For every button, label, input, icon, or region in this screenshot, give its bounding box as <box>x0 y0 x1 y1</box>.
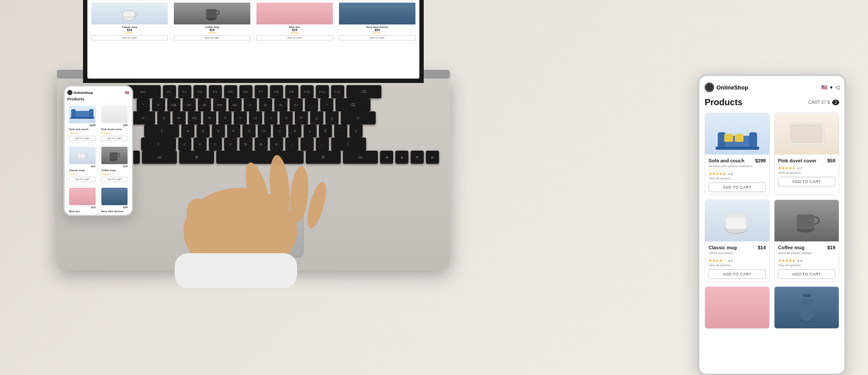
key-period[interactable]: .: <box>301 138 314 151</box>
phone-product-grid: Sofa and couch $299 ★★★★★ ADD TO CART Pi… <box>67 104 129 215</box>
key-8[interactable]: 8( <box>259 98 272 111</box>
tablet-flag-dropdown-icon[interactable]: ▼ <box>829 85 833 90</box>
key-f3[interactable]: F3 <box>194 85 207 98</box>
key-f6[interactable]: F6 <box>239 85 252 98</box>
key-space[interactable] <box>216 151 304 164</box>
key-f9[interactable]: F9 <box>285 85 298 98</box>
tablet-view-all-coffee-mug[interactable]: View all opinions <box>778 264 835 267</box>
phone-add-cart-sofa[interactable]: ADD TO CART <box>69 136 96 141</box>
key-t[interactable]: T <box>218 111 232 124</box>
tablet-add-cart-sofa[interactable]: ADD TO CART <box>709 182 766 192</box>
key-plus[interactable]: `^ <box>320 98 333 111</box>
tablet-product-img-sofa <box>705 113 769 155</box>
key-o[interactable]: O <box>280 111 293 124</box>
key-a[interactable]: A <box>181 124 194 138</box>
key-f10[interactable]: F10 <box>301 85 314 98</box>
laptop-product-img-blue-box <box>256 3 333 24</box>
key-f11[interactable]: F11 <box>316 85 329 98</box>
key-k[interactable]: K <box>288 124 301 138</box>
key-7[interactable]: 7/ <box>244 98 257 111</box>
key-w[interactable]: W <box>173 111 186 124</box>
key-c[interactable]: C <box>209 138 222 151</box>
tablet-add-cart-duvet[interactable]: ADD TO CART <box>778 177 835 186</box>
key-alt-right[interactable]: alt <box>343 151 378 164</box>
key-return[interactable]: ↵ <box>341 111 376 124</box>
key-arrow-up[interactable]: ▲ <box>395 151 408 164</box>
key-3[interactable]: 3# <box>183 98 196 111</box>
key-caps[interactable]: ⇪ <box>144 124 179 138</box>
key-x[interactable]: X <box>194 138 207 151</box>
phone-content: OnlineShop 🇺🇸 Products Sofa and couch $2… <box>65 86 132 215</box>
tablet-view-all-duvet[interactable]: View all opinions <box>778 171 835 174</box>
laptop-add-to-cart-3[interactable]: ADD TO CART <box>256 35 333 41</box>
laptop-touchpad[interactable] <box>203 196 304 258</box>
tablet-close-icon[interactable]: ◁ <box>835 84 839 90</box>
key-2[interactable]: 2@ <box>167 98 180 111</box>
key-y[interactable]: Y <box>234 111 247 124</box>
key-5[interactable]: 5% <box>213 98 226 111</box>
key-slash[interactable]: -_ <box>316 138 329 151</box>
key-0[interactable]: 0= <box>290 98 303 111</box>
key-h[interactable]: H <box>258 124 271 138</box>
key-cmd-left[interactable]: ⌘ <box>179 151 214 164</box>
laptop-add-to-cart-1[interactable]: ADD TO CART <box>91 35 168 41</box>
key-v[interactable]: V <box>224 138 237 151</box>
key-backspace[interactable]: ⌫ <box>335 98 370 111</box>
key-1[interactable]: 1! <box>152 98 165 111</box>
phone-add-cart-classic-mug[interactable]: ADD TO CART <box>69 177 96 182</box>
laptop-add-to-cart-4[interactable]: ADD TO CART <box>339 35 415 41</box>
tablet-view-all-sofa[interactable]: View all opinions <box>709 177 766 180</box>
key-shift-left[interactable]: ⇧ <box>141 138 176 151</box>
key-9[interactable]: 9) <box>274 98 287 111</box>
key-cmd-right[interactable]: ⌘ <box>306 151 341 164</box>
key-j[interactable]: J <box>273 124 286 138</box>
key-f8[interactable]: F8 <box>270 85 283 98</box>
key-6[interactable]: 6& <box>228 98 242 111</box>
key-accent[interactable]: ´¨ <box>334 124 347 138</box>
key-n[interactable]: N <box>255 138 268 151</box>
key-dash[interactable]: -_ <box>305 98 318 111</box>
key-u[interactable]: U <box>249 111 262 124</box>
key-4[interactable]: 4$ <box>198 98 211 111</box>
key-l[interactable]: L <box>304 124 317 138</box>
key-comma[interactable]: ,; <box>285 138 298 151</box>
key-f5[interactable]: F5 <box>224 85 237 98</box>
key-arrow-down[interactable]: ▼ <box>411 151 424 164</box>
key-arrow-right[interactable]: ► <box>426 151 439 164</box>
key-z[interactable]: Z <box>178 138 191 151</box>
key-i[interactable]: I <box>264 111 277 124</box>
laptop-add-to-cart-2[interactable]: ADD TO CART <box>174 35 250 41</box>
key-r[interactable]: R <box>203 111 216 124</box>
key-g[interactable]: G <box>242 124 256 138</box>
key-backslash[interactable]: Ç <box>349 124 363 138</box>
key-s[interactable]: S <box>197 124 210 138</box>
key-shift-right[interactable]: ⇧ <box>331 138 366 151</box>
key-bracket-close[interactable]: ]} <box>325 111 339 124</box>
key-arrow-left[interactable]: ◄ <box>380 151 393 164</box>
key-e[interactable]: E€ <box>188 111 201 124</box>
key-f7[interactable]: F7 <box>255 85 268 98</box>
tablet-view-all-classic-mug[interactable]: View all opinions <box>709 264 766 267</box>
phone-add-cart-duvet[interactable]: ADD TO CART <box>101 136 128 141</box>
key-tilde[interactable]: º <box>137 98 150 111</box>
key-f12[interactable]: F12 <box>331 85 344 98</box>
tablet-add-cart-coffee-mug[interactable]: ADD TO CART <box>778 269 835 279</box>
key-tab[interactable]: ⇥ <box>131 111 155 124</box>
key-b[interactable]: B <box>239 138 252 151</box>
key-f1[interactable]: F1 <box>163 85 176 98</box>
svg-rect-25 <box>726 213 747 217</box>
key-alt-left[interactable]: alt <box>142 151 177 164</box>
key-p[interactable]: P <box>295 111 308 124</box>
tablet-product-name-row-sofa: Sofa and couch $299 <box>709 158 766 163</box>
tablet-add-cart-classic-mug[interactable]: ADD TO CART <box>709 269 766 279</box>
key-f[interactable]: F <box>227 124 240 138</box>
key-f2[interactable]: F2 <box>178 85 191 98</box>
key-delete[interactable]: ⌫ <box>346 85 381 98</box>
key-bracket-open[interactable]: [{ <box>310 111 323 124</box>
key-m[interactable]: M <box>270 138 283 151</box>
key-f4[interactable]: F4 <box>209 85 222 98</box>
phone-add-cart-coffee-mug[interactable]: ADD TO CART <box>101 177 128 182</box>
key-d[interactable]: D <box>212 124 225 138</box>
key-q[interactable]: Q <box>157 111 170 124</box>
key-enye[interactable]: Ñ <box>319 124 332 138</box>
